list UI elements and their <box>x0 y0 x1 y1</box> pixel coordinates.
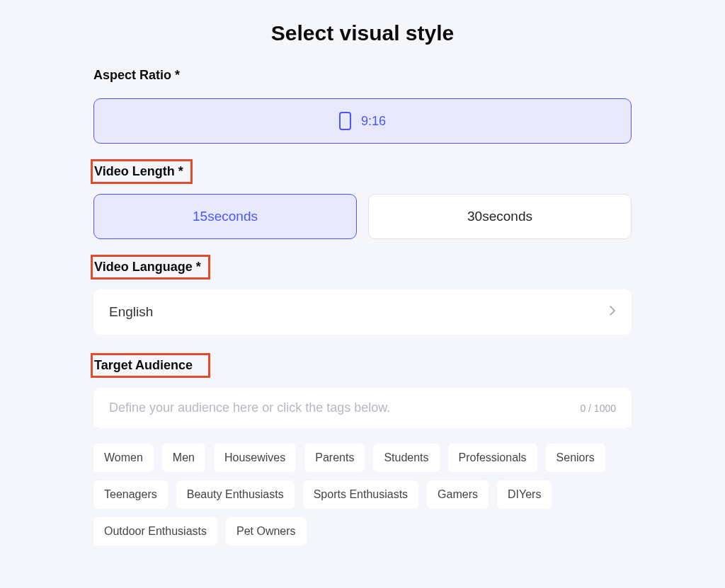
audience-tag[interactable]: Outdoor Enthusiasts <box>93 517 217 546</box>
audience-tag[interactable]: DIYers <box>497 480 552 509</box>
video-language-label: Video Language * <box>94 260 201 275</box>
aspect-ratio-section: Aspect Ratio * 9:16 <box>93 65 632 144</box>
video-length-section: Video Length * 15seconds 30seconds <box>93 159 632 239</box>
audience-tag[interactable]: Women <box>93 444 154 472</box>
target-audience-counter: 0 / 1000 <box>580 403 616 414</box>
video-length-option-30s-label: 30seconds <box>467 209 532 224</box>
target-audience-label: Target Audience <box>94 358 193 373</box>
audience-tag[interactable]: Gamers <box>427 480 489 509</box>
target-audience-input[interactable] <box>109 400 569 415</box>
phone-portrait-icon <box>339 112 351 130</box>
audience-tag[interactable]: Men <box>162 444 205 472</box>
audience-tag[interactable]: Seniors <box>546 444 605 472</box>
audience-tag[interactable]: Beauty Enthusiasts <box>176 480 295 509</box>
audience-tag[interactable]: Pet Owners <box>226 517 307 546</box>
audience-tag[interactable]: Sports Enthusiasts <box>303 480 418 509</box>
highlight-target-audience: Target Audience <box>91 353 210 378</box>
target-audience-section: Target Audience 0 / 1000 WomenMenHousewi… <box>93 353 632 546</box>
video-length-option-15s[interactable]: 15seconds <box>93 194 357 239</box>
aspect-ratio-option-9-16[interactable]: 9:16 <box>93 98 632 144</box>
highlight-video-language: Video Language * <box>91 255 210 279</box>
page-title: Select visual style <box>0 21 725 45</box>
audience-tag[interactable]: Housewives <box>214 444 296 472</box>
video-language-section: Video Language * English <box>93 255 632 335</box>
video-length-option-15s-label: 15seconds <box>193 209 258 224</box>
video-length-options: 15seconds 30seconds <box>93 194 632 239</box>
audience-tag[interactable]: Teenagers <box>93 480 168 509</box>
target-audience-tags: WomenMenHousewivesParentsStudentsProfess… <box>93 444 632 546</box>
highlight-video-length: Video Length * <box>91 159 193 184</box>
aspect-ratio-option-label: 9:16 <box>361 114 386 129</box>
target-audience-input-wrap: 0 / 1000 <box>93 388 632 428</box>
video-language-value: English <box>109 304 153 320</box>
video-length-label: Video Length * <box>94 164 183 179</box>
chevron-right-icon <box>609 304 616 320</box>
page-root: Select visual style Aspect Ratio * 9:16 … <box>0 0 725 546</box>
audience-tag[interactable]: Parents <box>304 444 365 472</box>
aspect-ratio-label: Aspect Ratio * <box>93 65 184 86</box>
audience-tag[interactable]: Professionals <box>448 444 537 472</box>
form-container: Aspect Ratio * 9:16 Video Length * 15sec… <box>93 65 632 546</box>
video-length-option-30s[interactable]: 30seconds <box>368 194 632 239</box>
audience-tag[interactable]: Students <box>373 444 439 472</box>
video-language-select[interactable]: English <box>93 289 632 335</box>
